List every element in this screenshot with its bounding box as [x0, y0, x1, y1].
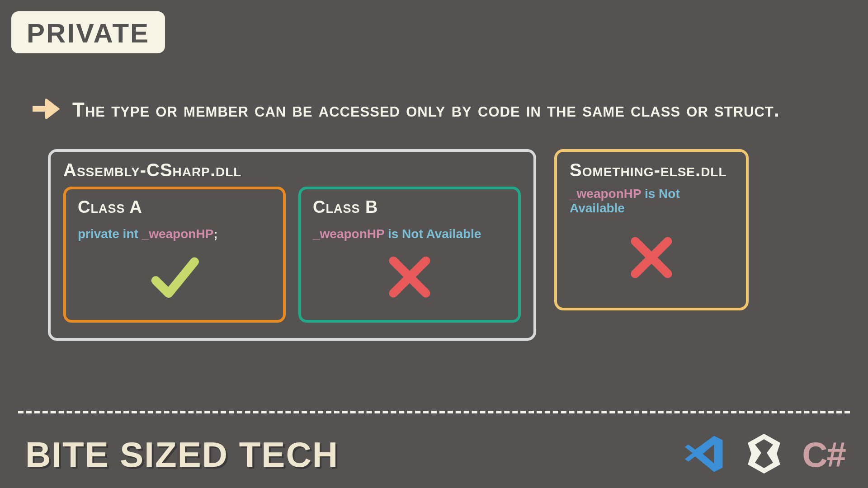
footer-icons: C#: [683, 431, 845, 478]
keyword-private: private: [78, 227, 119, 241]
class-b-title: Class B: [313, 197, 506, 217]
divider-line: [18, 411, 850, 413]
assembly-other-box: Something-else.dll _weaponHP is Not Avai…: [554, 149, 749, 310]
brand-text: BITE SIZED TECH: [25, 434, 339, 475]
footer: BITE SIZED TECH C#: [25, 431, 845, 478]
assembly-main-title: Assembly-CSharp.dll: [63, 160, 521, 180]
variable-weaponhp: _weaponHP: [142, 227, 214, 241]
class-a-box: Class A private int _weaponHP;: [63, 187, 286, 323]
vscode-icon: [683, 432, 726, 477]
variable-weaponhp: _weaponHP: [313, 227, 384, 241]
unity-icon: [741, 431, 787, 478]
assembly-main-box: Assembly-CSharp.dll Class A private int …: [48, 149, 536, 341]
title-badge: PRIVATE: [11, 11, 165, 53]
class-b-status: [313, 248, 506, 308]
description-row: The type or member can be accessed only …: [32, 97, 850, 122]
class-a-code: private int _weaponHP;: [78, 227, 271, 241]
diagram-area: Assembly-CSharp.dll Class A private int …: [48, 149, 841, 341]
semicolon: ;: [213, 227, 217, 241]
class-b-box: Class B _weaponHP is Not Available: [298, 187, 521, 323]
keyword-int: int: [123, 227, 138, 241]
cross-icon: [382, 250, 437, 306]
class-b-msg: _weaponHP is Not Available: [313, 227, 506, 241]
description-text: The type or member can be accessed only …: [72, 99, 780, 121]
other-status: [570, 222, 733, 295]
arrow-right-icon: [32, 97, 61, 122]
not-available-text: is Not Available: [384, 227, 481, 241]
other-msg: _weaponHP is Not Available: [570, 187, 733, 216]
class-row: Class A private int _weaponHP;: [63, 187, 521, 323]
class-a-title: Class A: [78, 197, 271, 217]
assembly-other-title: Something-else.dll: [570, 160, 733, 180]
checkmark-icon: [145, 248, 204, 308]
class-a-status: [78, 248, 271, 308]
csharp-icon: C#: [802, 434, 845, 475]
cross-icon: [624, 230, 679, 286]
variable-weaponhp: _weaponHP: [570, 187, 641, 201]
